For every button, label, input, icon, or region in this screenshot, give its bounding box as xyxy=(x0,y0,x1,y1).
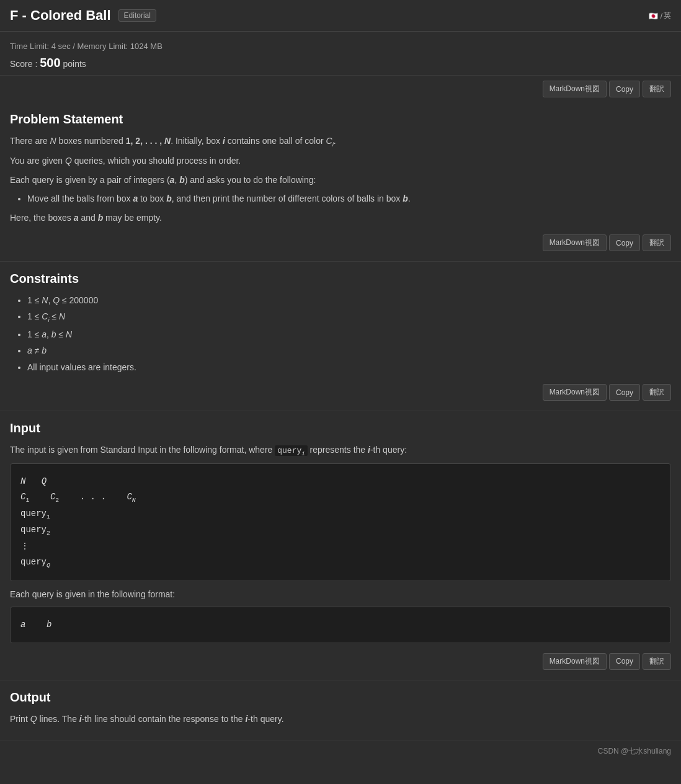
translate-btn-2[interactable]: 翻訳 xyxy=(643,234,671,251)
problem-statement-section: Problem Statement There are N boxes numb… xyxy=(0,102,681,262)
ps-line-2: You are given Q queries, which you shoul… xyxy=(10,154,671,167)
constraints-list: 1 ≤ N, Q ≤ 200000 1 ≤ Ci ≤ N 1 ≤ a, b ≤ … xyxy=(27,293,671,374)
constraint-2: 1 ≤ Ci ≤ N xyxy=(27,310,671,324)
markdown-view-btn-1[interactable]: MarkDown視図 xyxy=(543,81,607,97)
copy-btn-4[interactable]: Copy xyxy=(609,653,640,670)
copy-btn-2[interactable]: Copy xyxy=(609,234,640,251)
toolbar-2: MarkDown視図 Copy 翻訳 xyxy=(10,234,671,251)
translate-btn-1[interactable]: 翻訳 xyxy=(643,81,671,97)
input-line-1: N Q xyxy=(20,474,661,489)
output-title: Output xyxy=(10,690,671,705)
time-memory-label: Time Limit: 4 sec / Memory Limit: 1024 M… xyxy=(10,42,671,51)
constraints-content: 1 ≤ N, Q ≤ 200000 1 ≤ Ci ≤ N 1 ≤ a, b ≤ … xyxy=(10,293,671,374)
constraint-3: 1 ≤ a, b ≤ N xyxy=(27,327,671,341)
query-inline-code: queryi xyxy=(275,445,307,456)
translate-btn-3[interactable]: 翻訳 xyxy=(643,384,671,401)
output-content: Print Q lines. The i-th line should cont… xyxy=(10,712,671,726)
query-format-block: a b xyxy=(10,607,671,643)
toolbar-1: MarkDown視図 Copy 翻訳 xyxy=(0,76,681,102)
score-label: Score : xyxy=(10,59,37,69)
ps-list-item-1: Move all the balls from box a to box b, … xyxy=(27,192,671,205)
query-ab-line: a b xyxy=(20,617,661,633)
meta-section: Time Limit: 4 sec / Memory Limit: 1024 M… xyxy=(0,32,681,76)
page-header: F - Colored Ball Editorial 🇯🇵 / 英 xyxy=(0,0,681,32)
markdown-view-btn-4[interactable]: MarkDown視図 xyxy=(543,653,607,670)
constraint-5: All input values are integers. xyxy=(27,360,671,374)
input-line-2: C1 C2 . . . CN xyxy=(20,489,661,506)
copy-btn-3[interactable]: Copy xyxy=(609,384,640,401)
language-flags[interactable]: 🇯🇵 / 英 xyxy=(649,11,671,21)
ps-line-3: Each query is given by a pair of integer… xyxy=(10,173,671,187)
flag-jp[interactable]: 🇯🇵 xyxy=(649,11,658,20)
footer-credit: CSDN @七水shuliang xyxy=(0,741,681,762)
input-line-5: ⋮ xyxy=(20,539,661,555)
constraints-section: Constraints 1 ≤ N, Q ≤ 200000 1 ≤ Ci ≤ N… xyxy=(0,262,681,411)
input-line-6: queryQ xyxy=(20,555,661,571)
score-value: 500 xyxy=(40,56,60,69)
score-unit: points xyxy=(63,59,86,69)
constraint-1: 1 ≤ N, Q ≤ 200000 xyxy=(27,293,671,307)
constraint-4: a ≠ b xyxy=(27,344,671,357)
ps-line-1: There are N boxes numbered 1, 2, . . . ,… xyxy=(10,134,671,149)
flag-separator: / xyxy=(661,11,662,20)
problem-statement-title: Problem Statement xyxy=(10,112,671,127)
toolbar-4: MarkDown視図 Copy 翻訳 xyxy=(10,653,671,670)
ps-list: Move all the balls from box a to box b, … xyxy=(27,192,671,205)
input-content: The input is given from Standard Input i… xyxy=(10,443,671,643)
output-section: Output Print Q lines. The i-th line shou… xyxy=(0,680,681,741)
input-format-block: N Q C1 C2 . . . CN query1 query2 ⋮ query… xyxy=(10,463,671,581)
credit-text: CSDN @七水shuliang xyxy=(598,747,671,755)
flag-en[interactable]: 英 xyxy=(664,11,671,21)
markdown-view-btn-3[interactable]: MarkDown視図 xyxy=(543,384,607,401)
output-desc: Print Q lines. The i-th line should cont… xyxy=(10,712,671,726)
input-query-format: Each query is given in the following for… xyxy=(10,587,671,601)
copy-btn-1[interactable]: Copy xyxy=(609,81,640,97)
toolbar-3: MarkDown視図 Copy 翻訳 xyxy=(10,384,671,401)
constraints-title: Constraints xyxy=(10,272,671,286)
input-title: Input xyxy=(10,421,671,435)
markdown-view-btn-2[interactable]: MarkDown視図 xyxy=(543,234,607,251)
score-line: Score : 500 points xyxy=(10,56,671,70)
translate-btn-4[interactable]: 翻訳 xyxy=(643,653,671,670)
input-line-4: query2 xyxy=(20,522,661,538)
page-title: F - Colored Ball xyxy=(10,7,111,24)
ps-line-4: Here, the boxes a and b may be empty. xyxy=(10,211,671,225)
problem-statement-content: There are N boxes numbered 1, 2, . . . ,… xyxy=(10,134,671,225)
input-desc: The input is given from Standard Input i… xyxy=(10,443,671,458)
editorial-badge[interactable]: Editorial xyxy=(118,9,156,22)
input-section: Input The input is given from Standard I… xyxy=(0,411,681,680)
input-line-3: query1 xyxy=(20,506,661,522)
